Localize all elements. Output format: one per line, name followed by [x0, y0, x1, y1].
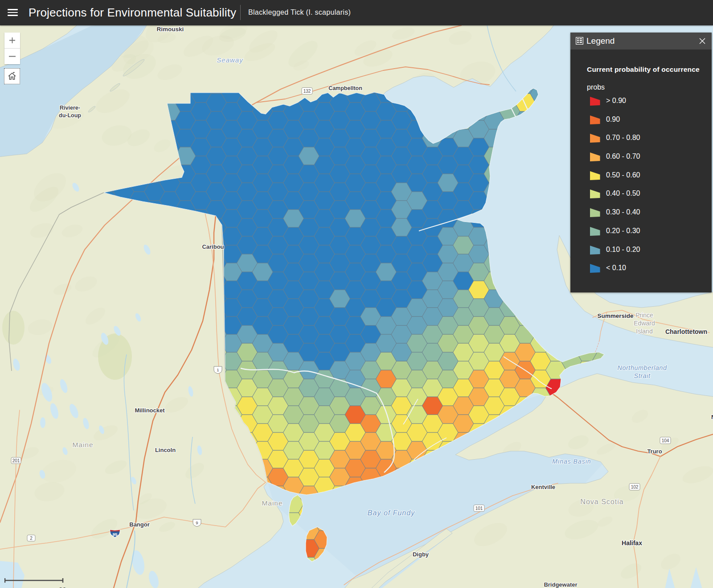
svg-text:Maine: Maine: [262, 499, 283, 507]
svg-text:132: 132: [303, 89, 311, 94]
svg-text:Strait: Strait: [634, 372, 651, 379]
svg-text:95: 95: [113, 532, 118, 537]
svg-text:Bangor: Bangor: [129, 521, 150, 528]
svg-text:Edward: Edward: [634, 320, 655, 327]
svg-text:Prince: Prince: [635, 312, 653, 319]
svg-text:Bridgewater: Bridgewater: [544, 581, 577, 588]
svg-text:Truro: Truro: [647, 448, 662, 455]
svg-text:2: 2: [30, 536, 33, 541]
svg-text:Digby: Digby: [413, 551, 429, 558]
svg-text:Halifax: Halifax: [622, 539, 642, 547]
svg-text:Charlottetown: Charlottetown: [665, 328, 707, 335]
svg-text:1: 1: [217, 367, 219, 372]
svg-text:Bay of Fundy: Bay of Fundy: [368, 509, 415, 517]
svg-text:Seaway: Seaway: [217, 56, 243, 64]
svg-text:Kentville: Kentville: [531, 484, 555, 490]
svg-text:Rimouski: Rimouski: [157, 26, 184, 33]
svg-text:Millinocket: Millinocket: [135, 407, 165, 414]
svg-text:Lincoln: Lincoln: [155, 447, 176, 453]
svg-text:201: 201: [12, 458, 20, 463]
svg-text:Island: Island: [636, 328, 652, 335]
svg-text:Nova Scotia: Nova Scotia: [580, 498, 623, 506]
svg-text:Caribou: Caribou: [202, 243, 224, 250]
svg-text:9: 9: [196, 520, 198, 525]
svg-text:Summerside: Summerside: [597, 313, 634, 319]
svg-text:Northumberland: Northumberland: [618, 364, 667, 371]
svg-text:Campbellton: Campbellton: [328, 85, 362, 91]
svg-text:Riviere-: Riviere-: [60, 105, 80, 111]
svg-text:du-Loup: du-Loup: [59, 112, 81, 119]
svg-text:102: 102: [631, 485, 639, 489]
svg-text:Ne: Ne: [711, 414, 713, 420]
svg-text:104: 104: [662, 438, 669, 443]
svg-text:101: 101: [475, 506, 483, 511]
svg-text:Minas Basin: Minas Basin: [552, 458, 591, 465]
svg-text:Maine: Maine: [72, 441, 93, 448]
